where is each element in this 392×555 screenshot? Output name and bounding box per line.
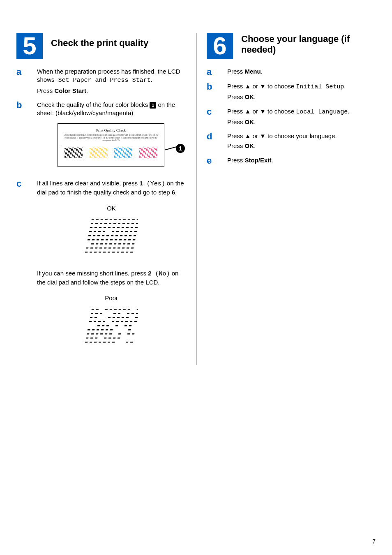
step-5-c-body: If all lines are clear and visible, pres…	[37, 179, 186, 359]
svg-rect-97	[92, 309, 94, 310]
step-6-b: b Press ▲ or ▼ to choose Initial Setup. …	[207, 82, 376, 102]
step-6-c-body: Press ▲ or ▼ to choose Local Language. P…	[227, 107, 376, 127]
svg-rect-22	[90, 227, 92, 228]
menu-button-label: Menu	[245, 68, 261, 75]
svg-rect-57	[101, 239, 104, 240]
svg-rect-152	[127, 333, 130, 335]
svg-rect-93	[117, 252, 119, 253]
svg-rect-109	[113, 313, 116, 314]
step-number-5: 5	[16, 33, 43, 59]
ok-label: OK	[37, 204, 186, 213]
period: .	[254, 118, 256, 125]
svg-rect-84	[127, 247, 129, 249]
svg-rect-145	[87, 333, 89, 335]
step-number-6: 6	[207, 33, 233, 59]
svg-rect-10	[137, 219, 138, 220]
svg-rect-86	[85, 252, 88, 253]
step-5-a-body: When the preparation process has finishe…	[37, 67, 186, 95]
step-6-d-body: Press ▲ or ▼ to choose your language. Pr…	[227, 132, 376, 150]
initial-setup-mono: Initial Setup	[296, 83, 344, 90]
svg-rect-147	[96, 333, 98, 335]
yes-mono: (Yes)	[143, 180, 165, 187]
step-6-ref: 6	[170, 189, 175, 196]
svg-rect-46	[102, 235, 104, 236]
quality-sheet-title: Print Quality Check	[62, 128, 160, 133]
svg-rect-166	[108, 342, 110, 343]
svg-rect-69	[109, 243, 112, 245]
svg-rect-4	[110, 219, 112, 220]
svg-rect-95	[126, 252, 128, 253]
step-letter-a: a	[207, 67, 227, 76]
svg-rect-151	[118, 333, 121, 335]
svg-rect-133	[102, 325, 104, 326]
period: .	[86, 87, 88, 94]
svg-rect-126	[112, 321, 114, 322]
svg-rect-125	[103, 321, 105, 322]
svg-rect-72	[123, 243, 125, 245]
svg-rect-5	[114, 219, 117, 220]
period: .	[344, 83, 346, 90]
svg-rect-74	[132, 243, 134, 245]
svg-rect-40	[125, 231, 128, 232]
svg-rect-75	[86, 247, 88, 249]
svg-rect-105	[137, 309, 138, 310]
down-arrow-icon: ▼	[260, 108, 266, 115]
svg-rect-114	[90, 317, 92, 318]
svg-rect-123	[94, 321, 96, 322]
svg-rect-53	[134, 235, 136, 236]
press: Press	[227, 93, 245, 100]
svg-rect-66	[96, 243, 98, 245]
svg-rect-113	[136, 313, 138, 314]
svg-rect-7	[123, 219, 126, 220]
svg-rect-61	[119, 239, 122, 240]
pattern-ok-image	[85, 217, 138, 258]
svg-rect-115	[95, 317, 97, 318]
press: Press	[227, 142, 245, 149]
svg-rect-0	[92, 219, 94, 220]
svg-rect-127	[116, 321, 119, 322]
svg-rect-47	[106, 235, 109, 236]
svg-rect-58	[106, 239, 108, 240]
or: or	[251, 132, 260, 139]
step-5-c: c If all lines are clear and visible, pr…	[16, 179, 186, 359]
svg-rect-155	[90, 338, 93, 339]
svg-rect-94	[121, 252, 124, 253]
svg-rect-142	[106, 329, 108, 331]
step-letter-b: b	[16, 101, 37, 167]
svg-rect-111	[127, 313, 129, 314]
svg-rect-31	[131, 227, 133, 228]
svg-rect-157	[104, 338, 106, 339]
svg-rect-21	[136, 223, 138, 224]
svg-rect-28	[117, 227, 120, 228]
svg-rect-168	[126, 342, 128, 343]
step-6-d: d Press ▲ or ▼ to choose your language. …	[207, 132, 376, 150]
svg-rect-35	[98, 231, 101, 232]
svg-rect-19	[127, 223, 129, 224]
c-text-pre: If all lines are clear and visible, pres…	[37, 180, 139, 187]
svg-rect-89	[99, 252, 101, 253]
quality-block-cyan	[114, 148, 132, 158]
period: .	[272, 157, 273, 164]
svg-rect-124	[98, 321, 101, 322]
svg-rect-59	[110, 239, 113, 240]
svg-rect-165	[103, 342, 106, 343]
svg-rect-82	[118, 247, 120, 249]
svg-rect-102	[119, 309, 121, 310]
svg-rect-33	[89, 231, 92, 232]
step-6-a: a Press Menu.	[207, 67, 376, 76]
svg-rect-24	[99, 227, 101, 228]
step-6-a-body: Press Menu.	[227, 67, 376, 76]
section-5-header: 5 Check the print quality	[16, 33, 186, 59]
svg-rect-43	[88, 235, 91, 236]
svg-rect-137	[129, 325, 131, 326]
svg-rect-2	[101, 219, 103, 220]
svg-rect-101	[114, 309, 117, 310]
svg-rect-130	[130, 321, 132, 322]
svg-rect-1	[96, 219, 99, 220]
svg-rect-30	[126, 227, 129, 228]
to-choose: to choose	[266, 83, 296, 90]
svg-rect-49	[115, 235, 118, 236]
svg-rect-36	[103, 231, 105, 232]
svg-rect-73	[127, 243, 130, 245]
svg-rect-161	[85, 342, 88, 343]
